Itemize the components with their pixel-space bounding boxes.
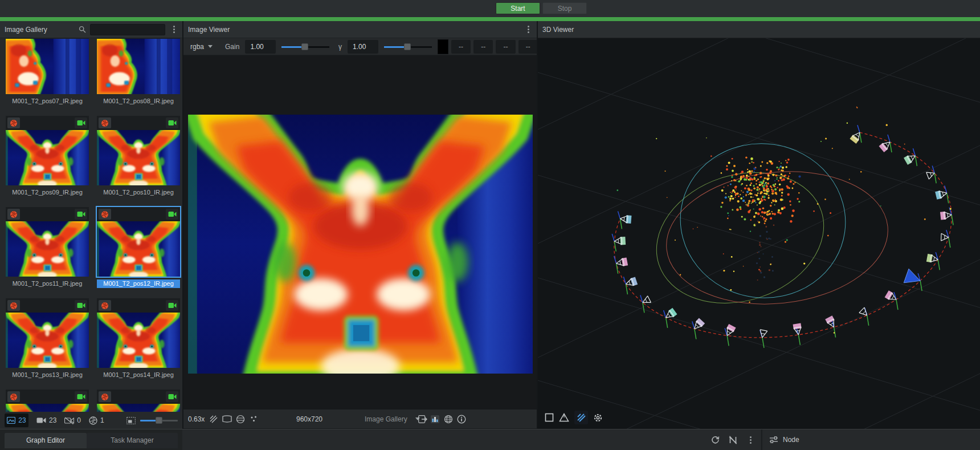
gallery-item[interactable]: M001_T2_pos10_IR.jpeg (97, 116, 180, 207)
mesh-icon[interactable] (559, 413, 569, 422)
thumbnail-filename: M001_T2_pos10_IR.jpeg (97, 188, 180, 197)
reconstruction-status-icon (7, 300, 20, 311)
thumbnail-status-strip (97, 390, 180, 404)
zoom-level: 0.63x (188, 410, 205, 428)
thumbnail-cell[interactable] (6, 116, 89, 185)
thumbnail-cell[interactable] (97, 38, 180, 94)
intrinsics-count-group[interactable]: 1 (89, 416, 104, 425)
gain-value-field[interactable]: 1.00 (245, 40, 276, 54)
gamma-value-field[interactable]: 1.00 (348, 40, 378, 54)
thumbnail-status-strip (97, 38, 180, 39)
globe-icon[interactable] (444, 410, 453, 428)
thumbnail-cell[interactable] (97, 390, 180, 412)
gallery-item[interactable]: M001_T2_pos09_IR.jpeg (6, 116, 89, 207)
thermal-thumbnail (97, 313, 180, 368)
viewer3d-title: 3D Viewer (542, 26, 574, 34)
thumb-size-icon[interactable] (126, 417, 136, 424)
tab-task-manager[interactable]: Task Manager (87, 433, 178, 448)
viewer3d-header: 3D Viewer (538, 21, 980, 38)
thumbnail-filename: M001_T2_pos11_IR.jpeg (6, 279, 89, 288)
viewer3d-toolbar (545, 411, 603, 424)
channel-value: rgba (190, 43, 204, 51)
histogram-icon[interactable] (431, 410, 439, 428)
gain-slider[interactable] (281, 43, 329, 50)
thumbnail-cell[interactable] (6, 390, 89, 412)
thumbnail-cell[interactable] (6, 207, 89, 277)
gamma-slider[interactable] (384, 43, 432, 50)
thumbnail-filename: M001_T2_pos07_IR.jpeg (6, 97, 89, 106)
thumbnail-cell[interactable] (6, 298, 89, 368)
viewer-title: Image Viewer (188, 26, 230, 34)
gallery-item[interactable]: M001_T2_pos13_IR.jpeg (6, 298, 89, 390)
camera-estimated-icon (75, 300, 87, 311)
camera-estimated-icon (75, 117, 87, 128)
gallery-menu-kebab-icon[interactable] (170, 25, 178, 35)
viewer-canvas[interactable] (183, 55, 538, 410)
thumbnail-status-strip (6, 390, 89, 404)
search-icon (79, 26, 86, 33)
image-count-chip[interactable]: 23 (5, 413, 28, 427)
hatch-icon[interactable] (574, 411, 588, 424)
features-hatch-icon[interactable] (210, 410, 218, 428)
viewer-menu-kebab-icon[interactable] (524, 25, 532, 35)
gallery-item[interactable]: M001_T2_pos12_IR.jpeg (97, 207, 180, 298)
stop-button[interactable]: Stop (542, 2, 587, 14)
thumbnail-filename: M001_T2_pos13_IR.jpeg (6, 371, 89, 379)
refresh-icon[interactable] (711, 436, 720, 444)
images-icon (7, 417, 15, 424)
fisheye-icon[interactable] (236, 410, 245, 428)
gallery-item[interactable] (97, 390, 180, 412)
output-icon[interactable] (418, 410, 427, 428)
gallery-title: Image Gallery (5, 26, 47, 34)
thermal-thumbnail (6, 221, 89, 277)
thumbnail-cell[interactable] (97, 116, 180, 185)
non-located-count: 0 (77, 416, 81, 424)
thermal-thumbnail (97, 130, 180, 185)
start-button[interactable]: Start (496, 2, 540, 14)
pixel-value-b: -- (496, 40, 515, 54)
gallery-item[interactable]: M001_T2_pos07_IR.jpeg (6, 38, 89, 116)
viewer-header: Image Viewer (183, 21, 537, 38)
source-dropdown[interactable]: Image Gallery (365, 410, 420, 428)
gallery-item[interactable]: M001_T2_pos08_IR.jpeg (97, 38, 180, 116)
gallery-footer: 23 23 0 1 (0, 412, 182, 429)
bbox-icon[interactable] (545, 413, 554, 422)
thumbnail-filename: M001_T2_pos08_IR.jpeg (97, 97, 180, 106)
tab-graph-editor[interactable]: Graph Editor (5, 433, 87, 448)
camera-count-group[interactable]: 23 (36, 416, 56, 424)
chevron-down-icon (208, 45, 213, 48)
thumbnail-status-strip (6, 207, 89, 221)
reconstruction-status-icon (99, 300, 111, 311)
channel-dropdown[interactable]: rgba (190, 43, 213, 51)
info-icon[interactable] (457, 410, 466, 428)
thumbnail-cell[interactable] (97, 207, 180, 277)
progress-bar (0, 17, 980, 21)
thumbnail-cell[interactable] (6, 38, 89, 94)
gallery-item[interactable]: M001_T2_pos11_IR.jpeg (6, 207, 89, 298)
pixel-value-g: -- (473, 40, 493, 54)
thumbnail-status-strip (6, 116, 89, 130)
graph-editor-header (182, 429, 761, 450)
thumb-size-slider[interactable] (140, 417, 178, 424)
source-value: Image Gallery (365, 415, 407, 423)
camera-estimated-icon (166, 300, 178, 311)
camera-off-icon (64, 417, 74, 424)
application-window: Start Stop Image Gallery M001_T2_pos07_I… (0, 0, 980, 450)
search-input[interactable] (90, 24, 165, 35)
viewer3d-canvas[interactable] (538, 38, 980, 429)
points-icon[interactable] (250, 410, 258, 428)
graph-menu-kebab-icon[interactable] (746, 435, 754, 445)
non-located-count-group[interactable]: 0 (64, 416, 81, 424)
gallery-item[interactable]: M001_T2_pos14_IR.jpeg (97, 298, 180, 390)
gallery-item[interactable] (6, 390, 89, 412)
thumbnail-filename: M001_T2_pos14_IR.jpeg (97, 371, 180, 379)
layout-off-icon[interactable] (729, 436, 737, 444)
thumbnail-filename: M001_T2_pos09_IR.jpeg (6, 188, 89, 197)
frame-icon[interactable] (222, 410, 232, 428)
camera-estimated-icon (166, 209, 178, 220)
gear-icon[interactable] (593, 413, 603, 423)
thumbnail-cell[interactable] (97, 298, 180, 368)
bottom-tab-bar: Graph Editor Task Manager (0, 429, 182, 450)
color-picker-swatch[interactable] (438, 39, 448, 54)
reconstruction-status-icon (7, 391, 20, 402)
